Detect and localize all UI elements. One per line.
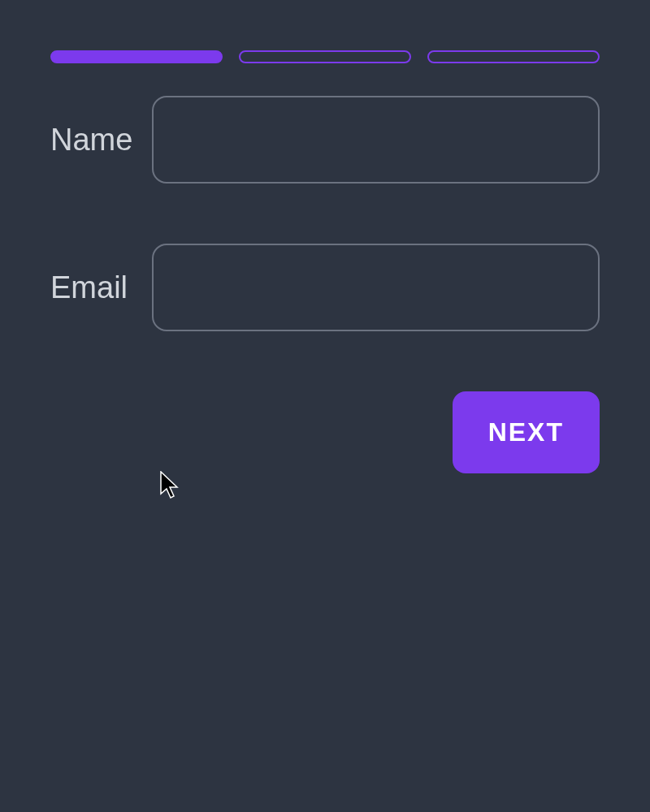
- progress-step-2: [239, 50, 411, 63]
- progress-indicator: [50, 50, 600, 63]
- name-field-row: Name: [50, 96, 600, 184]
- cursor-icon: [160, 471, 180, 500]
- progress-step-3: [427, 50, 600, 63]
- progress-step-1: [50, 50, 223, 63]
- email-field-row: Email: [50, 244, 600, 331]
- button-row: NEXT: [50, 391, 600, 473]
- email-label: Email: [50, 270, 152, 305]
- name-input[interactable]: [152, 96, 600, 184]
- email-input[interactable]: [152, 244, 600, 331]
- name-label: Name: [50, 123, 152, 158]
- next-button[interactable]: NEXT: [453, 391, 600, 473]
